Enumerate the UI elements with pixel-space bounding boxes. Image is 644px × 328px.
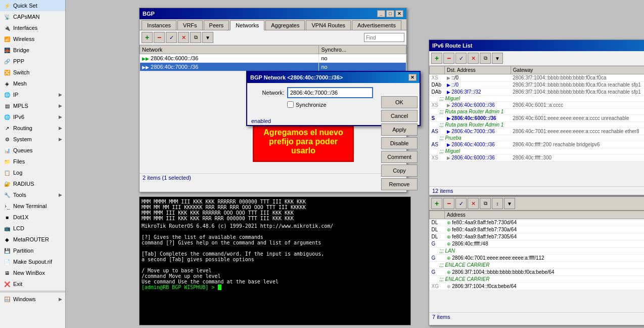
- table-row[interactable]: AS ▶ 2806:40c:4000::/36 2806:40c:ffff::2…: [430, 141, 645, 148]
- synchronize-checkbox[interactable]: [287, 101, 294, 108]
- bgp-titlebar: BGP _ □ ✕: [140, 8, 406, 19]
- sidebar-item-files[interactable]: 📁 Files: [0, 156, 65, 167]
- addr-cell: ⊕ 2806:40c:7001:eeee:eeee:eeee:a:ffff/11…: [445, 255, 645, 262]
- table-row[interactable]: XS ▶ 2806:40c:6000::/36 2806:40c:ffff::3…: [430, 154, 645, 161]
- cancel-button[interactable]: Cancel: [381, 110, 418, 122]
- table-row[interactable]: G ⊕ 2806:3f7:1004::bbbb:bbbb:bbbb:f0ca:b…: [430, 269, 645, 276]
- table-row[interactable]: G ⊕ 2806:40c:7001:eeee:eeee:eeee:a:ffff/…: [430, 255, 645, 262]
- bgp-minimize-btn[interactable]: _: [377, 10, 385, 17]
- system-arrow: ▶: [59, 137, 62, 142]
- addr-copy-btn[interactable]: ⧉: [480, 198, 491, 209]
- addr-filter-btn[interactable]: ▼: [504, 198, 515, 209]
- table-row[interactable]: DAb ▶ 2806:3f7::/32 2806:3f7:1004::bbbb:…: [430, 89, 645, 96]
- copy-btn[interactable]: ⧉: [190, 32, 201, 43]
- sidebar-item-log[interactable]: 📋 Log: [0, 167, 65, 178]
- addr-remove-btn[interactable]: −: [443, 198, 454, 209]
- addr-icon: ⊕: [447, 234, 451, 239]
- comment-button[interactable]: Comment: [381, 151, 418, 163]
- sidebar-item-system[interactable]: ⚙ System ▶: [0, 134, 65, 145]
- copy-button[interactable]: Copy: [381, 165, 418, 177]
- sidebar-item-make-supout[interactable]: 📄 Make Supout.rif: [0, 256, 65, 267]
- table-row[interactable]: DL ⊕ fe80::4aa9:8aff:feb7:7305/64: [430, 233, 645, 240]
- sidebar-item-queues[interactable]: 📊 Queues: [0, 145, 65, 156]
- terminal-line: a second [Tab] gives possible options: [142, 257, 408, 262]
- add-btn[interactable]: +: [142, 32, 153, 43]
- table-row[interactable]: XS ▶ ::/0 2806:3f7:1004::bbbb:bbbb:bbbb:…: [430, 74, 645, 81]
- ipv6-copy-btn[interactable]: ⧉: [480, 53, 491, 64]
- addr-add-btn[interactable]: +: [431, 198, 442, 209]
- bgp-close-btn[interactable]: ✕: [395, 10, 403, 17]
- remove-btn[interactable]: −: [154, 32, 165, 43]
- sidebar-item-metarouter[interactable]: ◆ MetaROUTER: [0, 234, 65, 245]
- sidebar-item-exit[interactable]: ❌ Exit: [0, 278, 65, 290]
- filter-btn[interactable]: ▼: [202, 32, 213, 43]
- addr-sort-btn[interactable]: ↕: [492, 198, 503, 209]
- dialog-close-btn[interactable]: ✕: [408, 74, 417, 81]
- table-row[interactable]: DAb ▶ ::/0 2806:3f7:1004::bbbb:bbbb:bbbb…: [430, 81, 645, 89]
- disable-btn[interactable]: ✕: [178, 32, 189, 43]
- tab-advertisements[interactable]: Advertisements: [352, 20, 401, 30]
- table-row[interactable]: S ▶ 2806:40c:6000::/36 2806:40c:6001:eee…: [430, 115, 645, 122]
- sidebar-item-mpls[interactable]: ▤ MPLS ▶: [0, 100, 65, 111]
- tab-vrfs[interactable]: VRFs: [177, 20, 203, 30]
- sidebar-item-mesh[interactable]: ◈ Mesh: [0, 78, 65, 89]
- sidebar-item-new-winbox[interactable]: 🖥 New WinBox: [0, 267, 65, 278]
- terminal-line: Use command Use the command at the base …: [142, 279, 408, 284]
- ipv6-add-btn[interactable]: +: [431, 53, 442, 64]
- addr-enable-btn[interactable]: ✓: [455, 198, 467, 209]
- table-row[interactable]: DL ⊕ fe80::4aa9:8aff:feb7:730d/64: [430, 219, 645, 226]
- sidebar-item-ipv6[interactable]: 🌐 IPv6 ▶: [0, 111, 65, 122]
- sidebar-item-label: MetaROUTER: [13, 236, 49, 242]
- comment-cell: ;;; ENLACE CARRIER: [430, 276, 645, 283]
- table-row[interactable]: XG ⊕ 2806:3f7:1004::f0ca:bebe/64: [430, 283, 645, 290]
- sidebar-item-lcd[interactable]: 📺 LCD: [0, 223, 65, 234]
- sidebar-item-dot1x[interactable]: ■ Dot1X: [0, 212, 65, 223]
- addr-disable-btn[interactable]: ✕: [468, 198, 479, 209]
- tab-aggregates[interactable]: Aggregates: [265, 20, 305, 30]
- enable-btn[interactable]: ✓: [166, 32, 177, 43]
- bgp-maximize-btn[interactable]: □: [386, 10, 394, 17]
- sidebar-item-new-terminal[interactable]: ›_ New Terminal: [0, 200, 65, 212]
- disable-button[interactable]: Disable: [381, 137, 418, 149]
- remove-button[interactable]: Remove: [381, 178, 418, 190]
- table-row[interactable]: XS ▶ 2806:40c:6000::/36 2806:40c:6001::a…: [430, 102, 645, 109]
- sidebar-item-ip[interactable]: 🌐 IP ▶: [0, 89, 65, 100]
- files-icon: 📁: [3, 157, 11, 166]
- sidebar-item-radius[interactable]: 🔐 RADIUS: [0, 178, 65, 189]
- sidebar-item-capsman[interactable]: 📡 CAPsMAN: [0, 11, 65, 22]
- table-row[interactable]: ▶▶ 2806:40c:7000::/36 no: [140, 63, 406, 71]
- find-input[interactable]: [364, 33, 404, 42]
- tab-instances[interactable]: Instances: [142, 20, 176, 30]
- gw-cell: 2806:40c:ffff::300: [511, 154, 644, 161]
- tab-vpn4routes[interactable]: VPN4 Routes: [306, 20, 351, 30]
- table-row[interactable]: AS ▶ 2806:40c:7000::/36 2806:40c:7001:ee…: [430, 128, 645, 135]
- ipv6-remove-btn[interactable]: −: [443, 53, 454, 64]
- sidebar-item-windows[interactable]: 🪟 Windows ▶: [0, 294, 65, 305]
- sidebar-item-quick-set[interactable]: ⚡ Quick Set: [0, 0, 65, 11]
- ipv6-filter-btn[interactable]: ▼: [492, 53, 503, 64]
- sidebar-item-label: New Terminal: [13, 203, 47, 209]
- sidebar-item-interfaces[interactable]: 🔌 Interfaces: [0, 22, 65, 33]
- table-row[interactable]: DL ⊕ fe80::4aa9:8aff:feb7:730a/64: [430, 226, 645, 233]
- sidebar-item-partition[interactable]: 💾 Partition: [0, 245, 65, 256]
- sidebar-item-routing[interactable]: ↗ Routing ▶: [0, 122, 65, 134]
- ipv6-enable-btn[interactable]: ✓: [455, 53, 467, 64]
- apply-button[interactable]: Apply: [381, 124, 418, 136]
- sidebar-item-switch[interactable]: 🔀 Switch: [0, 67, 65, 78]
- table-row[interactable]: ▶▶ 2806:40c:6000::/36 no: [140, 54, 406, 63]
- ip-arrow: ▶: [59, 92, 62, 97]
- tab-peers[interactable]: Peers: [204, 20, 229, 30]
- tab-networks[interactable]: Networks: [230, 20, 264, 30]
- sidebar-item-tools[interactable]: 🔧 Tools ▶: [0, 189, 65, 200]
- ppp-icon: 🔗: [3, 57, 11, 65]
- windows-icon: 🪟: [3, 295, 11, 303]
- terminal-window[interactable]: MMM MMMM MMM III KKK KKK RRRRRR 000000 T…: [139, 196, 411, 325]
- sidebar-item-bridge[interactable]: 🌉 Bridge: [0, 45, 65, 56]
- ipv6-disable-btn[interactable]: ✕: [468, 53, 479, 64]
- ok-button[interactable]: OK: [381, 96, 418, 108]
- dst-cell: ▶ ::/0: [445, 81, 511, 89]
- sidebar-item-ppp[interactable]: 🔗 PPP: [0, 56, 65, 67]
- sidebar-item-wireless[interactable]: 📶 Wireless: [0, 33, 65, 45]
- table-row[interactable]: G ⊕ 2806:40c:ffff:/48: [430, 240, 645, 248]
- network-input[interactable]: [287, 87, 373, 98]
